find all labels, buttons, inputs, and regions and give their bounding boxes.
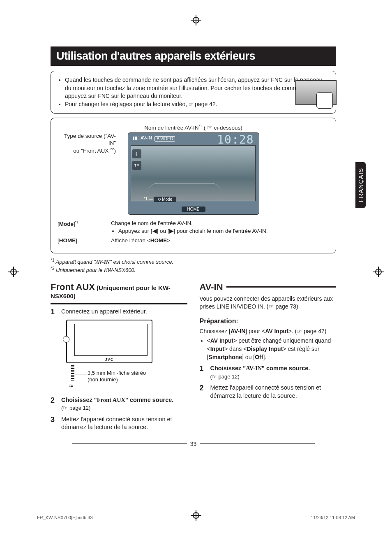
tp-icon: TP xyxy=(132,161,141,170)
step-number-3: 3 xyxy=(51,415,56,432)
reference-icon: ☞ xyxy=(189,102,193,107)
preparation-text: Choisissez [AV-IN] pour <AV Input>. (☞ p… xyxy=(200,327,337,361)
source-type-label: Type de source ("AV-IN" ou "Front AUX"*2… xyxy=(58,132,119,154)
mode-button: Mode xyxy=(154,197,177,202)
left-arrow-icon: ◀ xyxy=(152,228,157,234)
registration-mark-top xyxy=(191,15,201,26)
side-buttons: ᛒ TP xyxy=(132,149,141,172)
avin-name-label: Nom de l'entrée AV-IN*1 ( ☞ ci-dessous) xyxy=(58,124,329,131)
step-1-text: Connectez un appareil extérieur. xyxy=(61,308,187,316)
footer-left: FR_KW-NSX700[E].indb 33 xyxy=(37,515,93,520)
right-arrow-icon: ▶ xyxy=(169,228,174,234)
mode-desc: Change le nom de l'entrée AV-IN. Appuyez… xyxy=(111,220,329,235)
info-bullet-1: Quand les touches de commande ne sont pa… xyxy=(65,76,329,100)
footnotes: *1 Apparaît quand "AV-IN" est choisi com… xyxy=(51,258,336,274)
plug-label: 3,5 mm Mini-fiche stéréo(non fournie) xyxy=(88,370,146,384)
info-box: Quand les touches de commande ne sont pa… xyxy=(51,71,336,114)
step-number-1: 1 xyxy=(51,308,56,316)
info-bullet-2: Pour changer les réglages pour la lectur… xyxy=(65,100,329,109)
print-footer: FR_KW-NSX700[E].indb 33 11/23/12 11:08:1… xyxy=(37,515,355,520)
registration-mark-right xyxy=(373,267,384,277)
r-step-1-text: Choisissez "AV-IN" comme source. (☞ page… xyxy=(210,364,337,381)
signal-icon: ▮▮▯ AV-IN xyxy=(132,135,152,141)
page-number: 33 xyxy=(51,441,336,447)
touch-illustration xyxy=(295,80,337,105)
callout-star1: *1 — xyxy=(144,197,153,201)
registration-mark-left xyxy=(8,267,19,277)
video-label: ♁ VIDEO xyxy=(154,136,175,142)
page-title: Utilisation d'autres appareils extérieur… xyxy=(51,46,336,66)
bluetooth-icon: ᛒ xyxy=(132,149,141,158)
av-in-heading: AV-IN xyxy=(200,282,337,292)
step-3-text: Mettez l'appareil connecté sous tension … xyxy=(61,415,187,432)
step-number-2: 2 xyxy=(51,396,56,412)
home-desc: Affiche l'écran <HOME>. xyxy=(111,237,329,245)
preparation-heading: Préparation: xyxy=(200,318,337,325)
front-aux-heading: Front AUX (Uniquement pour le KW-NSX600) xyxy=(51,282,187,304)
step-2-text: Choisissez "Front AUX" comme source. (☞ … xyxy=(61,396,187,412)
av-in-intro: Vous pouvez connecter des appareils exté… xyxy=(200,295,337,311)
screen-mockup: ▮▮▯ AV-IN ♁ VIDEO 10:28 ᛒ TP *1 — Mode H… xyxy=(128,132,259,215)
r-step-number-1: 1 xyxy=(200,364,205,381)
left-column: Front AUX (Uniquement pour le KW-NSX600)… xyxy=(51,281,187,432)
clock-display: 10:28 xyxy=(217,133,254,146)
footer-right: 11/23/12 11:08:12 AM xyxy=(311,515,355,520)
mode-key: [Mode]*1 xyxy=(58,220,111,235)
plug-icon xyxy=(71,365,74,381)
r-step-number-2: 2 xyxy=(200,384,205,400)
video-scene xyxy=(131,145,256,201)
home-button: HOME xyxy=(182,207,205,212)
screen-diagram-box: Nom de l'entrée AV-IN*1 ( ☞ ci-dessous) … xyxy=(51,118,336,253)
right-column: AV-IN Vous pouvez connecter des appareil… xyxy=(200,281,337,432)
language-tab: FRANÇAIS xyxy=(355,162,366,208)
page-content: Utilisation d'autres appareils extérieur… xyxy=(51,46,336,447)
home-key: [HOME] xyxy=(58,237,111,245)
device-illustration: 3,5 mm Mini-fiche stéréo(non fournie) xyxy=(63,320,153,381)
r-step-2-text: Mettez l'appareil connecté sous tension … xyxy=(210,384,337,400)
